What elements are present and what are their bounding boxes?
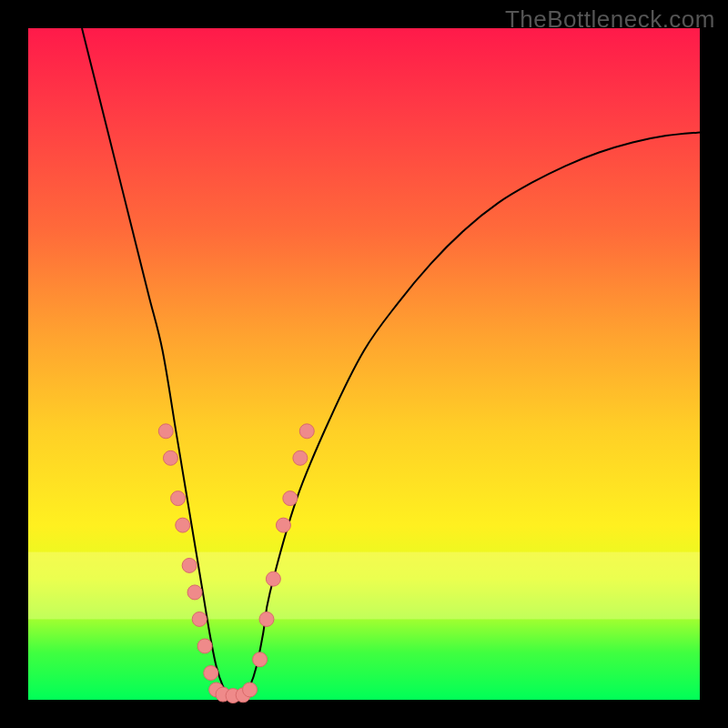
data-point-marker <box>163 450 177 465</box>
data-point-marker <box>259 612 274 626</box>
data-point-marker <box>243 682 258 697</box>
data-point-marker <box>176 518 190 532</box>
data-point-marker <box>182 558 197 572</box>
chart-svg <box>28 28 700 700</box>
chart-container: TheBottleneck.com <box>0 0 728 728</box>
data-point-marker <box>171 491 186 506</box>
data-point-marker <box>197 639 212 653</box>
data-point-marker <box>192 612 207 626</box>
data-point-marker <box>158 424 173 439</box>
pale-yellow-band <box>28 552 700 620</box>
data-point-marker <box>204 665 218 680</box>
plot-area <box>28 28 700 700</box>
bands-layer <box>28 552 700 620</box>
data-point-marker <box>293 450 308 465</box>
watermark-text: TheBottleneck.com <box>505 5 715 34</box>
data-point-marker <box>253 652 268 667</box>
data-point-marker <box>283 491 298 506</box>
data-point-marker <box>266 571 280 586</box>
data-point-marker <box>276 518 290 532</box>
data-point-marker <box>187 585 202 600</box>
data-point-marker <box>299 424 314 439</box>
